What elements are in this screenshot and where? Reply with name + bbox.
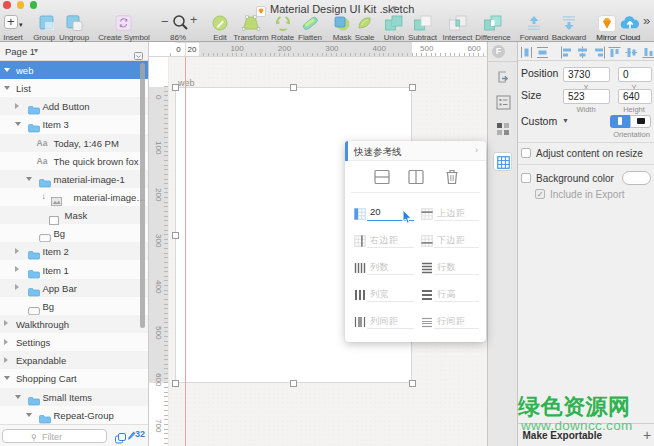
- toolbar-overflow-button[interactable]: »: [643, 13, 648, 28]
- color-well[interactable]: [622, 171, 651, 185]
- disclosure-expanded-icon[interactable]: [4, 68, 10, 72]
- guide-field-col-gap[interactable]: 列间距: [354, 314, 414, 330]
- text-layer-icon: Aa: [37, 156, 48, 166]
- disclosure-expanded-icon[interactable]: [15, 395, 21, 399]
- disclosure-expanded-icon[interactable]: [26, 177, 32, 181]
- orientation-toggle[interactable]: [610, 115, 651, 128]
- background-color-checkbox[interactable]: [521, 173, 531, 183]
- landscape-option[interactable]: [630, 115, 651, 128]
- sidebar-scrollbar[interactable]: [140, 63, 146, 328]
- swatches-panel-icon[interactable]: [496, 122, 510, 140]
- minimize-button[interactable]: [17, 1, 25, 9]
- title-caret-icon[interactable]: ▾: [392, 3, 397, 13]
- align-bottom-button[interactable]: [642, 45, 654, 63]
- layer-row-add-button[interactable]: Add Button: [0, 97, 148, 115]
- selection-handle[interactable]: [172, 232, 179, 239]
- layer-row-material-image-[interactable]: ↓material-image…: [0, 188, 148, 206]
- disclosure-collapsed-icon[interactable]: [15, 103, 19, 109]
- list-panel-icon[interactable]: [496, 95, 511, 114]
- guide-field-col-width[interactable]: 列宽: [354, 287, 414, 303]
- make-exportable-section[interactable]: Make Exportable +: [518, 423, 654, 446]
- guide-field-row-gap[interactable]: 行间距: [421, 314, 479, 330]
- selection-handle[interactable]: [409, 380, 416, 387]
- layer-row-settings[interactable]: Settings: [0, 333, 148, 351]
- selection-handle[interactable]: [172, 84, 179, 91]
- guide-field-margin-bottom[interactable]: 下边距: [421, 233, 479, 249]
- panel-chevron-icon[interactable]: ›: [475, 145, 478, 155]
- create-symbol-button[interactable]: Create Symbol: [94, 14, 154, 41]
- guide-field-margin-right[interactable]: 右边距: [354, 233, 414, 249]
- guide-field-row-height[interactable]: 行高: [421, 287, 479, 303]
- guide-field-col-count[interactable]: 列数: [354, 260, 414, 276]
- disclosure-expanded-icon[interactable]: [15, 122, 21, 126]
- add-export-icon[interactable]: +: [643, 427, 651, 443]
- layer-row-the-quick-brown-fox[interactable]: AaThe quick brown fox: [0, 152, 148, 170]
- layer-row-bg[interactable]: Bg: [0, 224, 148, 242]
- layer-row-list[interactable]: List: [0, 79, 148, 97]
- col-gap-icon: [354, 314, 366, 332]
- distribute-vertically-button[interactable]: [536, 45, 549, 63]
- disclosure-expanded-icon[interactable]: [4, 376, 10, 380]
- disclosure-expanded-icon[interactable]: [26, 413, 32, 417]
- portrait-option[interactable]: [610, 115, 630, 128]
- layer-row-walkthrough[interactable]: Walkthrough: [0, 315, 148, 333]
- layer-row-repeat-group[interactable]: Repeat-Group: [0, 406, 148, 424]
- selection-handle[interactable]: [409, 84, 416, 91]
- layer-row-mask[interactable]: Mask: [0, 206, 148, 224]
- disclosure-collapsed-icon[interactable]: [15, 284, 19, 290]
- disclosure-expanded-icon[interactable]: [4, 86, 10, 90]
- align-top-button[interactable]: [608, 45, 621, 63]
- align-center-horizontal-button[interactable]: [576, 45, 589, 63]
- vertical-guide-button[interactable]: [405, 166, 427, 188]
- layer-row-item-3[interactable]: Item 3: [0, 115, 148, 133]
- layer-row-item-2[interactable]: Item 2: [0, 242, 148, 260]
- align-left-button[interactable]: [560, 45, 573, 63]
- distribute-horizontally-button[interactable]: [520, 45, 533, 63]
- disclosure-collapsed-icon[interactable]: [15, 248, 19, 254]
- feedback-icon[interactable]: F: [492, 45, 505, 58]
- layer-row-web[interactable]: web: [0, 61, 148, 79]
- grid-panel-button[interactable]: [493, 152, 512, 171]
- guide-line[interactable]: [185, 57, 186, 446]
- export-panel-icon[interactable]: [496, 70, 510, 88]
- preset-dropdown[interactable]: Custom: [521, 115, 557, 127]
- selection-handle[interactable]: [290, 84, 297, 91]
- panel-header[interactable]: 快速参考线 ›: [345, 141, 486, 161]
- layer-row-shopping-cart[interactable]: Shopping Cart: [0, 369, 148, 387]
- width-input[interactable]: 523: [563, 89, 610, 104]
- close-button[interactable]: [3, 1, 11, 9]
- layer-row-material-image-1[interactable]: material-image-1: [0, 170, 148, 188]
- layers-view-icon[interactable]: [115, 430, 126, 446]
- vertical-ruler[interactable]: 0100200300400500600700: [149, 57, 169, 446]
- layer-row-app-bar[interactable]: App Bar: [0, 279, 148, 297]
- align-right-button[interactable]: [593, 45, 606, 63]
- horizontal-guide-button[interactable]: [371, 166, 393, 188]
- guide-field-margin-top[interactable]: 上边距: [421, 206, 479, 222]
- page-header[interactable]: Page 1 ▾: [0, 42, 148, 61]
- disclosure-collapsed-icon[interactable]: [4, 320, 8, 326]
- zoom-window-button[interactable]: [30, 1, 38, 9]
- ruler-label: 600: [467, 44, 480, 53]
- align-middle-button[interactable]: [625, 45, 638, 63]
- position-y-input[interactable]: 0: [618, 67, 652, 82]
- layer-row-small-items[interactable]: Small Items: [0, 388, 148, 406]
- horizontal-ruler[interactable]: 100200300400500600 0 20: [169, 42, 486, 57]
- guide-field-row-count[interactable]: 行数: [421, 260, 479, 276]
- selection-handle[interactable]: [290, 380, 297, 387]
- position-x-input[interactable]: 3730: [563, 67, 610, 82]
- include-export-checkbox[interactable]: ✓: [535, 189, 545, 199]
- zoom-out-button[interactable]: −: [161, 14, 169, 29]
- layer-row-today-1-46-pm[interactable]: AaToday, 1:46 PM: [0, 134, 148, 152]
- layer-row-bg[interactable]: Bg: [0, 297, 148, 315]
- disclosure-collapsed-icon[interactable]: [4, 357, 8, 363]
- selection-handle[interactable]: [172, 380, 179, 387]
- width-label: Width: [566, 105, 606, 114]
- disclosure-collapsed-icon[interactable]: [15, 266, 19, 272]
- adjust-content-checkbox[interactable]: [521, 148, 531, 158]
- layer-row-item-1[interactable]: Item 1: [0, 261, 148, 279]
- trash-button[interactable]: [441, 166, 463, 188]
- layer-row-expandable[interactable]: Expandable: [0, 351, 148, 369]
- disclosure-collapsed-icon[interactable]: [4, 339, 8, 345]
- filter-input[interactable]: ⚲ Filter: [2, 429, 107, 443]
- height-input[interactable]: 640: [618, 89, 652, 104]
